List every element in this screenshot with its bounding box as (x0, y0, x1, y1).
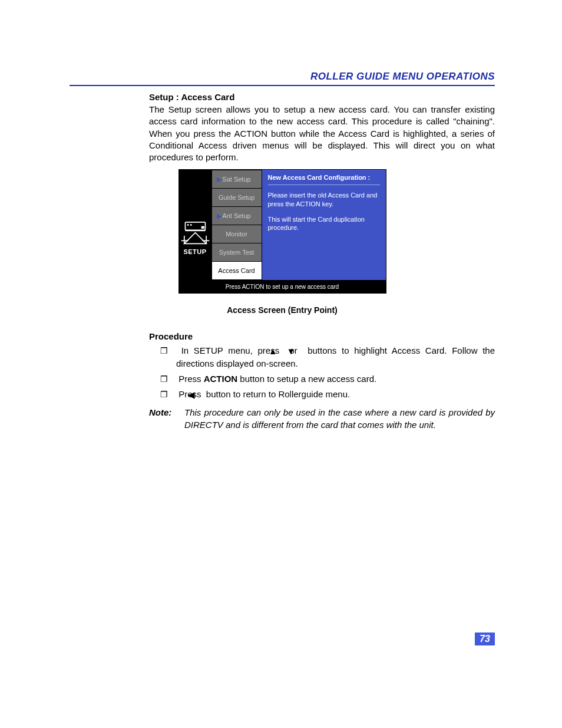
setup-icon-label: SETUP (179, 248, 211, 255)
procedure-step-1: In SETUP menu, press ▲ or ▼ buttons to h… (149, 345, 495, 370)
svg-rect-3 (190, 224, 192, 226)
svg-rect-4 (201, 226, 204, 229)
menu-item-label: Sat Setup (222, 176, 250, 183)
detail-title: New Access Card Configuration : (268, 174, 380, 185)
section-paragraph: The Setup screen allows you to setup a n… (149, 104, 495, 163)
procedure-step-3: Press ◀ button to return to Rollerguide … (149, 388, 495, 401)
menu-item-label: Monitor (226, 230, 247, 238)
ui-screenshot-figure: SETUP ▶ Sat Setup Guide Setup ▶ Ant Setu… (178, 169, 386, 294)
figure-container: SETUP ▶ Sat Setup Guide Setup ▶ Ant Setu… (70, 169, 495, 315)
note-label: Note: (149, 407, 184, 431)
page-header: ROLLER GUIDE MENU OPERATIONS (70, 71, 495, 86)
procedure-step-2: Press ACTION button to setup a new acces… (149, 373, 495, 385)
page-number: 73 (475, 633, 495, 645)
menu-item-label: System Test (219, 249, 254, 256)
detail-line-1: Please insert the old Access Card and pr… (268, 191, 380, 208)
section-heading: Setup : Access Card (149, 92, 495, 102)
page-header-title: ROLLER GUIDE MENU OPERATIONS (310, 71, 495, 82)
note-block: Note: This procedure can only be used in… (149, 407, 495, 431)
menu-item-guide-setup: Guide Setup (212, 189, 262, 206)
figure-caption: Access Screen (Entry Point) (70, 305, 495, 315)
svg-rect-1 (185, 230, 205, 232)
procedure-heading: Procedure (149, 331, 495, 341)
menu-item-label: Guide Setup (219, 194, 254, 201)
menu-item-system-test: System Test (212, 243, 262, 261)
menu-item-label: Ant Setup (222, 212, 250, 219)
menu-item-ant-setup: ▶ Ant Setup (212, 207, 262, 225)
detail-panel: New Access Card Configuration : Please i… (262, 170, 386, 280)
svg-rect-2 (187, 224, 189, 226)
arrow-right-icon: ▶ (217, 213, 222, 219)
menu-item-access-card: Access Card (212, 262, 262, 279)
setup-icon-column: SETUP (179, 170, 211, 280)
menu-item-sat-setup: ▶ Sat Setup (212, 170, 262, 188)
procedure-list: In SETUP menu, press ▲ or ▼ buttons to h… (149, 345, 495, 401)
arrow-right-icon: ▶ (217, 176, 222, 183)
detail-line-2: This will start the Card duplication pro… (268, 215, 380, 232)
menu-column: ▶ Sat Setup Guide Setup ▶ Ant Setup Moni… (211, 170, 262, 280)
setup-device-icon (180, 222, 210, 246)
figure-hint-bar: Press ACTION to set up a new access card (179, 280, 386, 293)
menu-item-monitor: Monitor (212, 225, 262, 243)
menu-item-label: Access Card (218, 267, 254, 274)
note-text: This procedure can only be used in the c… (184, 407, 495, 431)
